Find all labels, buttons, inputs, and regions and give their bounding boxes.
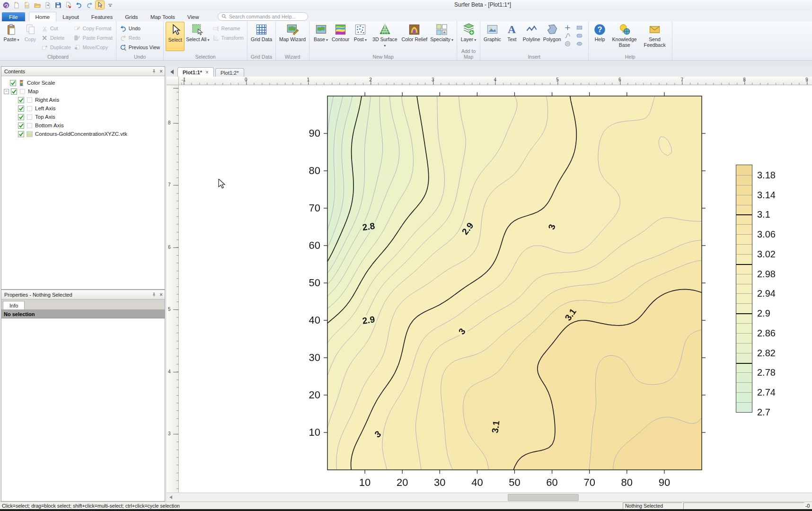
contour-label: 3: [457, 326, 468, 336]
checkbox-checked[interactable]: [18, 106, 24, 112]
ribbon-button-knowledge-base[interactable]: Knowledge Base: [609, 22, 640, 51]
ribbon-button-select-all[interactable]: Select All ▾: [185, 22, 211, 51]
tree-item-top-axis[interactable]: Top Axis: [1, 113, 165, 121]
ribbon-button-base[interactable]: Base ▾: [311, 22, 330, 51]
ribbon-tab-home[interactable]: Home: [29, 12, 57, 21]
insert-rounded-rectangle-button[interactable]: [576, 32, 585, 40]
ribbon-button-3d-surface[interactable]: 3D Surface ▾: [370, 22, 400, 51]
legend-cell: [736, 303, 752, 313]
ribbon-button-move-copy[interactable]: Move/Copy: [74, 43, 113, 52]
ribbon-button-post[interactable]: Post ▾: [351, 22, 370, 51]
tree-item-right-axis[interactable]: Right Axis: [1, 96, 165, 104]
tree-item-color-scale[interactable]: Color Scale: [1, 79, 165, 87]
ribbon-tab-layout[interactable]: Layout: [56, 12, 85, 21]
ribbon-button-send-feedback[interactable]: Send Feedback: [640, 22, 670, 51]
ruler-mark: 8: [743, 77, 746, 82]
export-button[interactable]: [64, 0, 73, 9]
insert-plus-button[interactable]: [564, 24, 573, 32]
vertical-ruler[interactable]: 8765432: [167, 85, 179, 493]
document-tab-plot1-2[interactable]: Plot1:2*: [215, 68, 244, 77]
scrollbar-thumb[interactable]: [508, 494, 579, 501]
insert-rectangle-button[interactable]: [576, 24, 585, 32]
ribbon-tab-map-tools[interactable]: Map Tools: [144, 12, 181, 21]
ribbon-button-duplicate[interactable]: Duplicate: [41, 43, 71, 52]
tree-item-left-axis[interactable]: Left Axis: [1, 104, 165, 113]
tree-item-bottom-axis[interactable]: Bottom Axis: [1, 121, 165, 130]
horizontal-ruler[interactable]: -10123456789: [179, 77, 812, 85]
ribbon-button-specialty[interactable]: Specialty ▾: [429, 22, 455, 51]
checkbox-checked[interactable]: [18, 123, 24, 129]
document-tab-plot1-1[interactable]: Plot1:1*×: [177, 67, 214, 77]
tab-scroll-left-icon[interactable]: [170, 70, 174, 74]
ribbon-button-delete[interactable]: Delete: [41, 33, 71, 43]
ribbon-button-paste[interactable]: Paste ▾: [2, 22, 21, 51]
close-icon[interactable]: ×: [159, 69, 163, 74]
new-from-template-button[interactable]: [22, 0, 32, 9]
ribbon-tab-file[interactable]: File: [2, 12, 25, 21]
ribbon-button-previous-view[interactable]: Previous View: [120, 43, 160, 52]
customize-quick-access-button[interactable]: [106, 0, 115, 9]
ribbon-button-copy[interactable]: Copy: [21, 22, 40, 51]
whitebox-icon: [26, 97, 33, 104]
ruler-mark: 5: [168, 307, 171, 312]
dropdown-arrow-icon: ▾: [325, 38, 328, 42]
ribbon-button-cut[interactable]: Cut: [41, 24, 71, 33]
search-input[interactable]: Search commands and Help...: [218, 12, 308, 21]
ribbon-button-map-wizard[interactable]: Map Wizard: [278, 22, 307, 51]
ribbon-button-transform[interactable]: Transform: [212, 33, 244, 43]
insert-spline-button[interactable]: [564, 32, 573, 40]
ribbon-button-layer[interactable]: Layer ▾: [459, 22, 478, 51]
ribbon-button-copy-format[interactable]: Copy Format: [74, 24, 113, 33]
svg-text:30: 30: [309, 352, 320, 363]
select-tool-button[interactable]: [95, 0, 105, 9]
cut-icon: [41, 25, 48, 32]
plot-canvas[interactable]: 1020304050607080901020304050607080902.82…: [179, 85, 812, 493]
close-tab-icon[interactable]: ×: [205, 69, 209, 76]
open-button[interactable]: [33, 0, 42, 9]
tab-info[interactable]: Info: [3, 301, 25, 309]
tree-item-map[interactable]: −Map: [1, 87, 165, 96]
undo-button[interactable]: [74, 0, 84, 9]
ribbon-tab-grids[interactable]: Grids: [119, 12, 144, 21]
checkbox-checked[interactable]: [18, 114, 24, 120]
redo-button[interactable]: [85, 0, 94, 9]
insert-ellipse-button[interactable]: [576, 40, 585, 48]
ribbon-button-polygon[interactable]: Polygon: [542, 22, 563, 51]
ribbon-button-select[interactable]: Select: [166, 22, 185, 51]
ribbon-button-contour[interactable]: Contour: [330, 22, 351, 51]
ribbon-button-paste-format[interactable]: Paste Format: [74, 33, 113, 43]
checkbox-checked[interactable]: [18, 97, 24, 103]
new-plot-button[interactable]: [12, 0, 21, 9]
ribbon-button-graphic[interactable]: Graphic: [482, 22, 503, 51]
ribbon-button-polyline[interactable]: Polyline: [521, 22, 542, 51]
legend-cell: [736, 382, 752, 392]
collapse-icon[interactable]: −: [4, 89, 9, 94]
contour-map[interactable]: 1020304050607080901020304050607080902.82…: [179, 85, 812, 492]
save-button[interactable]: [53, 0, 63, 9]
horizontal-scrollbar[interactable]: [167, 493, 812, 502]
ribbon-button-color-relief[interactable]: Color Relief: [400, 22, 429, 51]
pin-icon[interactable]: [151, 292, 157, 297]
svg-text:20: 20: [397, 476, 408, 488]
ribbon-button-redo[interactable]: Redo: [120, 33, 160, 43]
close-icon[interactable]: ×: [159, 292, 163, 298]
app-logo[interactable]: [1, 0, 11, 9]
checkbox-checked[interactable]: [11, 88, 17, 95]
tree-item-contours-goldconcentrationxyzc-vtk[interactable]: Contours-GoldConcentrationXYZC.vtk: [1, 130, 165, 138]
checkbox-checked[interactable]: [18, 131, 24, 137]
ribbon-button-rename[interactable]: Rename: [212, 24, 244, 33]
ribbon-button-undo[interactable]: Undo: [120, 24, 160, 33]
ribbon-tab-features[interactable]: Features: [85, 12, 119, 21]
import-button[interactable]: [43, 0, 53, 9]
ribbon-button-text[interactable]: AText: [503, 22, 521, 51]
checkbox-checked[interactable]: [10, 80, 16, 86]
insert-circle-button[interactable]: [564, 40, 573, 48]
color-scale-legend[interactable]: 3.183.143.13.063.022.982.942.92.862.822.…: [736, 165, 752, 413]
ribbon-button-help[interactable]: ?Help: [591, 22, 609, 51]
ruler-mark: 2: [369, 77, 372, 82]
ribbon-tab-view[interactable]: View: [181, 12, 205, 21]
ribbon-button-grid-data[interactable]: Grid Data: [249, 22, 274, 51]
scroll-left-icon[interactable]: [169, 495, 172, 499]
ruler-mark: 6: [168, 245, 171, 250]
pin-icon[interactable]: [151, 69, 157, 74]
